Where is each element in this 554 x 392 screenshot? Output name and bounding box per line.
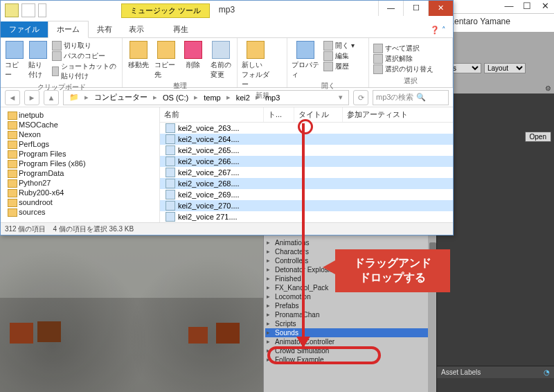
properties-icon: [296, 41, 314, 59]
breadcrumb-segment[interactable]: コンピューター: [91, 92, 150, 103]
file-row[interactable]: kei2_voice_267....: [160, 167, 453, 178]
selectnone-icon: [373, 54, 383, 64]
paste-shortcut-button[interactable]: ショートカットの貼り付け: [52, 62, 118, 81]
breadcrumb[interactable]: 📁▸コンピューター▸OS (C:)▸temp▸kei2▸mp3▾: [63, 90, 349, 105]
status-bar: 312 個の項目 4 個の項目を選択 36.3 KB: [1, 222, 453, 235]
chevron-down-icon[interactable]: ▾: [336, 93, 346, 102]
folder-tree-item[interactable]: inetpub: [2, 110, 158, 120]
annotation-arrow: [302, 123, 305, 346]
file-row[interactable]: kei2_voice 271....: [160, 211, 453, 222]
file-row[interactable]: kei2_voice_270....: [160, 200, 453, 211]
breadcrumb-segment[interactable]: temp: [201, 93, 223, 102]
breadcrumb-segment[interactable]: kei2: [233, 93, 253, 102]
cut-button[interactable]: 切り取り: [52, 41, 118, 51]
folder-tree-item[interactable]: Program Files: [2, 149, 158, 159]
file-row[interactable]: kei2_voice_268....: [160, 178, 453, 189]
col-name[interactable]: 名前: [160, 107, 264, 122]
folder-tree-item[interactable]: MSOCache: [2, 120, 158, 130]
file-row[interactable]: kei2_voice_264....: [160, 134, 453, 145]
nav-back-button[interactable]: ◄: [5, 90, 20, 105]
audio-file-icon: [166, 168, 175, 177]
file-row[interactable]: kei2_voice_265....: [160, 145, 453, 156]
rename-button[interactable]: 名前の 変更: [209, 41, 233, 80]
close-icon[interactable]: ✕: [536, 0, 554, 12]
edit-icon: [323, 51, 333, 61]
maximize-icon[interactable]: ☐: [518, 0, 536, 12]
tab-view[interactable]: 表示: [120, 21, 152, 37]
copyto-icon: [157, 41, 175, 59]
qat-overflow-icon[interactable]: [38, 3, 46, 17]
breadcrumb-segment[interactable]: OS (C:): [160, 93, 191, 102]
newfolder-button[interactable]: 新しい フォルダー: [242, 41, 269, 89]
cut-icon: [52, 41, 62, 51]
history-button[interactable]: 履歴: [323, 62, 355, 71]
audio-file-icon: [166, 134, 175, 144]
folder-tree-item[interactable]: ProgramData: [2, 168, 158, 178]
invert-button[interactable]: 選択の切り替え: [373, 64, 448, 74]
folder-tree-item[interactable]: Ruby200-x64: [2, 188, 158, 197]
contextual-tab-music-tools[interactable]: ミュージック ツール: [121, 3, 210, 18]
audio-file-icon: [166, 201, 175, 211]
breadcrumb-segment[interactable]: mp3: [262, 93, 283, 102]
search-input[interactable]: mp3の検索 🔍: [373, 90, 449, 105]
nav-fwd-button[interactable]: ►: [24, 90, 39, 105]
nav-up-button[interactable]: ▲: [44, 90, 59, 105]
audio-file-icon: [166, 157, 175, 166]
project-tree-item[interactable]: Scripts: [265, 319, 436, 328]
open-button[interactable]: Open: [525, 132, 551, 142]
newfolder-icon: [247, 41, 265, 59]
folder-tree-item[interactable]: Python27: [2, 178, 158, 188]
audio-file-icon: [166, 212, 175, 222]
file-name: kei2_voice_268....: [178, 179, 240, 188]
selectnone-button[interactable]: 選択解除: [373, 54, 448, 64]
file-name: kei2_voice 271....: [178, 213, 238, 221]
file-row[interactable]: kei2_voice_269....: [160, 189, 453, 200]
help-icon[interactable]: ❓ ˄: [423, 23, 453, 37]
layout-dropdown[interactable]: Layout: [484, 63, 526, 73]
breadcrumb-root-icon[interactable]: 📁: [66, 93, 82, 102]
project-tree-item[interactable]: Animations: [265, 238, 436, 247]
project-tree-item[interactable]: PronamaChan: [265, 310, 436, 319]
gear-icon[interactable]: ⚙: [545, 84, 551, 92]
folder-tree-item[interactable]: Program Files (x86): [2, 159, 158, 168]
selectall-icon: [373, 44, 383, 53]
search-placeholder: mp3の検索: [376, 92, 413, 103]
qat-folder-icon[interactable]: [5, 3, 19, 17]
project-tree-item[interactable]: Animator Controller: [265, 337, 436, 346]
file-row[interactable]: kei2_voice_266....: [160, 156, 453, 167]
delete-button[interactable]: 削除: [182, 41, 206, 70]
paste-button[interactable]: 貼り付け: [28, 41, 48, 80]
tab-share[interactable]: 共有: [89, 21, 120, 37]
edit-button[interactable]: 編集: [323, 51, 355, 61]
qat-props-icon[interactable]: [21, 3, 35, 17]
project-tree-item[interactable]: Sounds: [265, 328, 436, 337]
folder-tree-item[interactable]: Nexon: [2, 130, 158, 139]
project-tree-item[interactable]: Locomotion: [265, 292, 436, 301]
copy-button[interactable]: コピー: [5, 41, 24, 80]
col-artist[interactable]: 参加アーティスト: [343, 107, 453, 122]
tag-icon[interactable]: ◔: [544, 368, 550, 376]
tab-home[interactable]: ホーム: [48, 21, 89, 38]
moveto-button[interactable]: 移動先: [127, 41, 150, 70]
minimize-button[interactable]: —: [378, 1, 403, 16]
minimize-icon[interactable]: —: [500, 0, 518, 12]
open-menu-button[interactable]: 開く ▾: [323, 41, 355, 51]
col-track[interactable]: ト...: [264, 107, 294, 122]
close-button[interactable]: ✕: [428, 1, 453, 16]
tab-play[interactable]: 再生: [165, 21, 197, 37]
folder-tree-item[interactable]: PerfLogs: [2, 139, 158, 149]
tab-file[interactable]: ファイル: [1, 21, 48, 37]
project-tree-item[interactable]: Prefabs: [265, 301, 436, 310]
folder-tree-item[interactable]: soundroot: [2, 197, 158, 207]
maximize-button[interactable]: ☐: [403, 1, 428, 16]
unity-scene-view[interactable]: [0, 235, 263, 392]
explorer-titlebar[interactable]: ミュージック ツール mp3 — ☐ ✕: [1, 1, 453, 21]
folder-tree[interactable]: inetpubMSOCacheNexonPerfLogsProgram File…: [1, 107, 160, 222]
refresh-button[interactable]: ⟳: [353, 90, 368, 105]
audio-file-icon: [166, 179, 175, 188]
properties-button[interactable]: プロパティ: [292, 41, 319, 80]
selectall-button[interactable]: すべて選択: [373, 44, 448, 53]
copyto-button[interactable]: コピー先: [154, 41, 178, 80]
copypath-button[interactable]: パスのコピー: [52, 51, 118, 61]
folder-tree-item[interactable]: sources: [2, 207, 158, 217]
